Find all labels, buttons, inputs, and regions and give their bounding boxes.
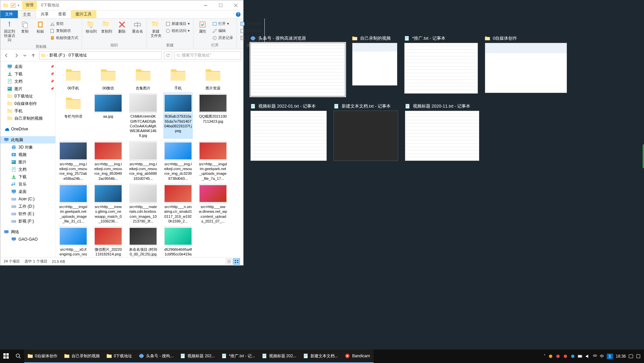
file-item[interactable]: src=http___imgslim.geekpark.net_uploads_…	[198, 140, 228, 182]
open-button[interactable]: 打开 ▾	[211, 21, 234, 27]
file-item[interactable]: src=http___imgslim.geekpark.net_uploads_…	[58, 183, 88, 224]
nav-item[interactable]: 文档	[0, 166, 55, 173]
minimize-button[interactable]	[198, 0, 213, 10]
file-item[interactable]: src=http___materials.cdn.bcebos.com_imag…	[128, 183, 158, 224]
taskbar-item[interactable]: 视频标题 202...	[177, 350, 218, 363]
nav-item[interactable]: 软件 (E:)	[0, 210, 55, 217]
tray-icon[interactable]	[556, 354, 560, 359]
notifications-icon[interactable]	[629, 354, 633, 359]
taskbar-item[interactable]: 新建文本文档...	[300, 350, 341, 363]
file-item[interactable]: src=http___img.leikeji.com_resource_img_…	[58, 140, 88, 182]
tab-picture-tools[interactable]: 图片工具	[71, 10, 96, 18]
taskview-window[interactable]: 视频标题 2022-01.txt - 记事本	[250, 103, 327, 161]
battery-icon[interactable]	[578, 354, 583, 359]
taskbar-item[interactable]: 头条号 - 搜狗...	[135, 350, 177, 363]
delete-button[interactable]: 删除	[115, 19, 129, 35]
nav-item[interactable]: 自己录制的视频	[0, 115, 55, 122]
file-item[interactable]: src=http___n.sinaimg.cn_sinakd10117_319_…	[163, 183, 193, 224]
qat-dropdown-icon[interactable]: ▾	[18, 4, 19, 7]
search-button[interactable]	[12, 350, 24, 363]
rename-button[interactable]: 重命名	[130, 19, 144, 35]
nav-item[interactable]: 0自媒体创作	[0, 100, 55, 107]
taskview-window[interactable]: 0自媒体创作	[485, 35, 567, 96]
nav-item[interactable]: 手机	[0, 107, 55, 115]
pin-to-quick-access-button[interactable]: 固定到 快速访问	[2, 19, 16, 44]
file-item[interactable]: 手机	[163, 64, 193, 91]
nav-item[interactable]: Acer (C:)	[0, 195, 55, 203]
tray-icon[interactable]	[563, 354, 568, 359]
nav-item[interactable]: 工作 (D:)	[0, 203, 55, 210]
tab-share[interactable]: 共享	[36, 10, 53, 18]
navigation-pane[interactable]: 桌面📌下载📌文档📌图片📌0下载地址0自媒体创作手机自己录制的视频 ›OneDri…	[0, 62, 56, 257]
breadcrumb[interactable]: 影视 (F:)	[49, 52, 65, 58]
copy-to-button[interactable]: 复制到	[99, 19, 114, 35]
show-desktop-button[interactable]	[636, 354, 641, 359]
nav-item[interactable]: 下载	[0, 173, 55, 180]
clock[interactable]: 18:36	[616, 354, 626, 359]
maximize-button[interactable]	[213, 0, 228, 10]
file-item[interactable]: 合集图片	[128, 64, 158, 91]
breadcrumb[interactable]: 0下载地址	[69, 52, 87, 58]
file-item[interactable]: 00手机	[58, 64, 88, 91]
taskbar-item[interactable]: Bandicam	[341, 350, 373, 363]
tray-icon[interactable]	[570, 354, 575, 359]
refresh-button[interactable]	[164, 51, 172, 59]
recent-dropdown[interactable]	[23, 51, 27, 59]
file-item[interactable]: ChMkKmHm0KGIfhTCAADSjlbCoOoAAXuMgKWE3EAA…	[128, 92, 158, 138]
file-item[interactable]: 微信图片_20220119182614.png	[93, 226, 123, 257]
select-all-button[interactable]: 全部选择	[239, 21, 262, 27]
file-item[interactable]: src=http___img.leikeji.com_resource_img_…	[128, 140, 158, 182]
file-item[interactable]: d52966b4b95a4f1cbf95cc0e419a66a6_tplv-pk…	[163, 226, 193, 257]
wifi-icon[interactable]	[593, 354, 597, 359]
copy-button[interactable]: 复制	[18, 19, 32, 35]
nav-item[interactable]: 图片📌	[0, 85, 55, 92]
file-item[interactable]: src=http___x0.ifengimg.com_res_2021_EEC7…	[58, 226, 88, 257]
tab-home[interactable]: 主页	[18, 10, 36, 18]
taskbar-item[interactable]: 自己录制的视频	[61, 350, 103, 363]
back-button[interactable]	[2, 51, 10, 59]
nav-item[interactable]: 3D 对象	[0, 144, 55, 151]
file-item[interactable]: 专栏与抖音	[58, 92, 88, 138]
address-bar[interactable]: › 影视 (F:) › 0下载地址	[39, 51, 162, 59]
nav-item[interactable]: 桌面	[0, 188, 55, 195]
file-item[interactable]: aa.jpg	[93, 92, 123, 138]
nav-item[interactable]: 桌面📌	[0, 63, 55, 70]
taskview-window[interactable]: 新建文本文档.txt - 记事本	[334, 103, 398, 161]
nav-item[interactable]: 0下载地址	[0, 92, 55, 100]
copy-path-button[interactable]: 复制路径	[49, 28, 80, 34]
tray-icon[interactable]	[548, 354, 553, 359]
tab-view[interactable]: 查看	[53, 10, 71, 18]
tab-file[interactable]: 文件	[0, 10, 18, 18]
nav-item[interactable]: 影视 (F:)	[0, 217, 55, 225]
search-input[interactable]: 搜索"0下载地址"	[174, 51, 241, 59]
start-button[interactable]	[0, 350, 12, 363]
file-item[interactable]: src=http___www.dtnews.net_wp-content_upl…	[198, 183, 228, 224]
checkbox-icon[interactable]	[10, 3, 16, 8]
paste-button[interactable]: 粘贴	[33, 19, 47, 35]
ime-indicator[interactable]: 中	[600, 354, 604, 359]
properties-button[interactable]: 属性	[196, 19, 210, 35]
select-none-button[interactable]: 全部取消	[239, 28, 262, 34]
file-item[interactable]: 图片资源	[198, 64, 228, 91]
nav-item[interactable]: 视频	[0, 151, 55, 158]
taskview-window[interactable]: 自己录制的视频	[352, 35, 397, 96]
close-button[interactable]	[228, 0, 243, 10]
file-item[interactable]: 未命名项目 (时间 0_00_26;25).jpg	[128, 226, 158, 257]
taskbar-item[interactable]: 视频标题 202...	[258, 350, 300, 363]
tray-chevron-icon[interactable]: ˄	[544, 354, 546, 359]
taskbar-item[interactable]: 0下载地址	[103, 350, 136, 363]
up-button[interactable]	[29, 51, 37, 59]
file-item[interactable]: f636afc379310a55da7e79d140704ba08226107f…	[163, 92, 193, 138]
taskview-window[interactable]: 头条号 - 搜狗高速浏览器	[250, 35, 345, 96]
view-details-button[interactable]	[226, 258, 232, 265]
taskview-window[interactable]: *推广.txt - 记事本	[404, 35, 478, 96]
nav-item[interactable]: GAO-GAO	[0, 236, 55, 243]
file-item[interactable]: 00微信	[93, 64, 123, 91]
edit-button[interactable]: 编辑	[211, 28, 234, 34]
help-icon[interactable]: ?	[236, 12, 241, 17]
new-item-button[interactable]: 新建项目 ▾	[164, 21, 191, 27]
file-item[interactable]: src=http___img.leikeji.com_resource_img_…	[163, 140, 193, 182]
taskview-window[interactable]: 视频标题 2020-11.txt - 记事本	[405, 103, 479, 161]
move-to-button[interactable]: 移动到	[84, 19, 98, 35]
ime-mode[interactable]: 五	[607, 354, 613, 359]
